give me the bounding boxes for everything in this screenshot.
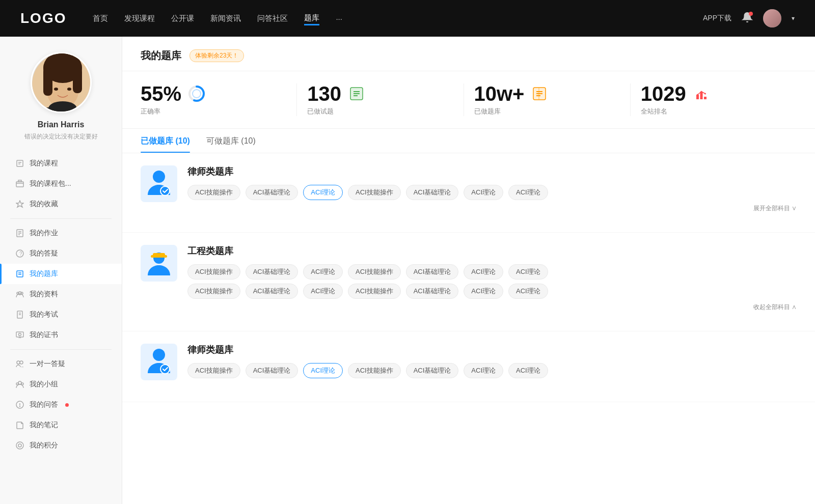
stat-ranking-top: 1029 [641,83,711,104]
tag-2-1[interactable]: ACI技能操作 [187,264,240,279]
sidebar-item-favorite[interactable]: 我的收藏 [0,194,122,214]
sidebar-item-label-course: 我的课程 [30,159,58,168]
sidebar-item-homework[interactable]: 我的作业 [0,223,122,243]
sidebar-item-package[interactable]: 我的课程包... [0,174,122,194]
nav-news[interactable]: 新闻资讯 [210,12,241,25]
tag-2-10[interactable]: ACI理论 [303,284,343,299]
tag-3-1[interactable]: ACI技能操作 [187,363,240,378]
svg-point-34 [19,333,21,336]
svg-point-44 [18,444,21,447]
stat-done-questions-top: 130 [307,83,366,104]
nav-qbank[interactable]: 题库 [304,11,319,25]
tag-1-4[interactable]: ACI技能操作 [348,185,401,200]
tag-2-7[interactable]: ACI理论 [508,264,548,279]
tab-done[interactable]: 已做题库 (10) [141,129,190,153]
svg-point-42 [20,406,20,407]
avatar-image [763,9,781,27]
tag-3-6[interactable]: ACI理论 [464,363,503,378]
tag-1-2[interactable]: ACI基础理论 [246,185,298,200]
sidebar-item-label-material: 我的资料 [30,290,58,299]
svg-point-65 [153,171,165,183]
sidebar-item-notes[interactable]: 我的笔记 [0,415,122,435]
exam-icon [15,310,24,319]
nav-open[interactable]: 公开课 [171,12,194,25]
stat-done-banks: 10w+ 已做题库 [474,83,631,116]
qbank-section-1: 律师类题库 ACI技能操作 ACI基础理论 ACI理论 ACI技能操作 ACI基… [122,153,815,233]
collapse-link-2[interactable]: 收起全部科目 ∧ [187,303,797,312]
qbank-icon [15,269,24,278]
user-dropdown-arrow[interactable]: ▾ [792,15,795,22]
tag-2-6[interactable]: ACI理论 [464,264,503,279]
tag-1-6[interactable]: ACI理论 [464,185,503,200]
sidebar-item-label-homework: 我的作业 [30,229,58,238]
nav-discover[interactable]: 发现课程 [124,12,155,25]
tag-2-5[interactable]: ACI基础理论 [406,264,459,279]
tag-3-5[interactable]: ACI基础理论 [406,363,459,378]
tag-3-7[interactable]: ACI理论 [508,363,548,378]
sidebar-item-cert[interactable]: 我的证书 [0,325,122,345]
sidebar-item-label-exam: 我的考试 [30,310,58,319]
tag-1-1[interactable]: ACI技能操作 [187,185,240,200]
notification-dot [749,12,753,16]
user-name: Brian Harris [38,120,85,129]
sidebar-item-qbank[interactable]: 我的题库 [0,264,122,284]
sidebar-item-points[interactable]: 我的积分 [0,435,122,456]
sidebar-menu: 我的课程 我的课程包... 我的收藏 [0,153,122,456]
stats-row: 55% 正确率 130 [122,71,815,129]
package-icon [15,179,24,188]
user-avatar[interactable] [763,9,781,27]
tag-1-5[interactable]: ACI基础理论 [406,185,459,200]
navbar: LOGO 首页 发现课程 公开课 新闻资讯 问答社区 题库 ··· APP下载 … [0,0,815,37]
stat-accuracy-value: 55% [141,83,181,104]
star-icon [15,200,24,209]
course-icon [15,159,24,168]
svg-text:?: ? [19,251,22,257]
user-avatar-large [31,52,92,113]
tag-3-3[interactable]: ACI理论 [303,363,343,378]
tag-2-13[interactable]: ACI理论 [464,284,503,299]
sidebar-item-course[interactable]: 我的课程 [0,153,122,174]
app-download[interactable]: APP下载 [703,14,731,23]
main-layout: Brian Harris 错误的决定比没有决定要好 我的课程 我的课程包... [0,37,815,504]
material-icon [15,290,24,299]
sidebar-item-questions[interactable]: 我的问答 [0,395,122,415]
tag-2-8[interactable]: ACI技能操作 [187,284,240,299]
stat-ranking: 1029 全站排名 [641,83,797,116]
sidebar-item-material[interactable]: 我的资料 [0,284,122,304]
sidebar-item-qa[interactable]: ? 我的答疑 [0,243,122,264]
tag-3-4[interactable]: ACI技能操作 [348,363,401,378]
tag-1-3[interactable]: ACI理论 [303,185,343,200]
qbank-body-3: 律师类题库 ACI技能操作 ACI基础理论 ACI理论 ACI技能操作 ACI基… [187,344,797,382]
tab-available[interactable]: 可做题库 (10) [206,129,256,153]
svg-point-62 [697,94,698,96]
sidebar-item-one-on-one[interactable]: 一对一答疑 [0,354,122,374]
user-motto: 错误的决定比没有决定要好 [24,132,98,141]
tag-1-7[interactable]: ACI理论 [508,185,548,200]
svg-point-43 [16,442,23,449]
stat-done-banks-top: 10w+ [474,83,549,104]
one-on-one-icon [15,359,24,369]
tag-2-3[interactable]: ACI理论 [303,264,343,279]
tag-2-14[interactable]: ACI理论 [508,284,548,299]
tag-2-11[interactable]: ACI技能操作 [348,284,401,299]
sidebar-item-exam[interactable]: 我的考试 [0,304,122,325]
nav-home[interactable]: 首页 [93,12,108,25]
sidebar-item-group[interactable]: 我的小组 [0,374,122,395]
page-header: 我的题库 体验剩余23天！ [122,37,815,71]
svg-point-47 [193,90,201,98]
tag-2-4[interactable]: ACI技能操作 [348,264,401,279]
nav-more[interactable]: ··· [336,12,342,25]
trial-badge: 体验剩余23天！ [189,49,244,62]
tag-2-12[interactable]: ACI基础理论 [406,284,459,299]
notification-bell[interactable] [742,12,753,25]
tag-2-9[interactable]: ACI基础理论 [246,284,298,299]
svg-rect-16 [18,180,21,182]
stat-ranking-value: 1029 [641,83,686,104]
svg-marker-17 [16,201,23,207]
expand-link-1[interactable]: 展开全部科目 ∨ [187,204,797,213]
tag-2-2[interactable]: ACI基础理论 [246,264,298,279]
tag-3-2[interactable]: ACI基础理论 [246,363,298,378]
stat-done-questions: 130 已做试题 [307,83,464,116]
stat-done-questions-label: 已做试题 [307,107,334,116]
nav-qa[interactable]: 问答社区 [257,12,288,25]
